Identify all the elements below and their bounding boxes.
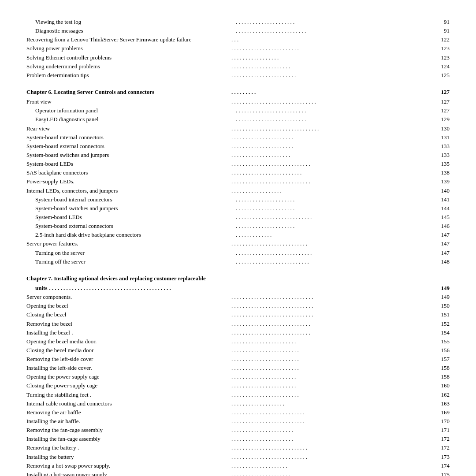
toc-entry: Turning the stabilizing feet . . . . . .… xyxy=(26,390,450,399)
toc-entry: Installing the battery . . . . . . . . .… xyxy=(26,453,450,461)
toc-entry-dots: . . . . . . . . . . . . . . . . . . . . … xyxy=(230,151,436,160)
toc-entry-title: Server power features. xyxy=(26,239,230,248)
toc-entry-dots: . . . . . . . . . . . . . . . . . . . . … xyxy=(230,346,436,355)
toc-entry-page: 127 xyxy=(436,106,450,115)
toc-entry: Installing the left-side cover. . . . . … xyxy=(26,364,450,372)
toc-entry-page: 169 xyxy=(436,408,450,417)
toc-entry: Diagnostic messages . . . . . . . . . . … xyxy=(26,26,450,35)
toc-entry: 2.5-inch hard disk drive backplane conne… xyxy=(26,231,450,239)
toc-entry-dots: . . . . . . . . . . . . . . . . . . . . … xyxy=(230,328,436,337)
toc-entry: Opening the power-supply cage . . . . . … xyxy=(26,372,450,381)
toc-entry-dots: . . . . . . . . . . . . . . . . . . . . … xyxy=(230,372,436,381)
toc-entry-dots: . . . . . . . . . . . . . . . . . . . . … xyxy=(230,133,436,142)
toc-entry-page: 147 xyxy=(436,239,450,248)
toc-entry-title: Removing the left-side cover xyxy=(26,355,230,364)
toc-entry-page: 146 xyxy=(436,222,450,231)
toc-entry-dots: . . . . . . . . . . . . . . . . . . . . … xyxy=(234,18,436,26)
toc-entry: System-board LEDs . . . . . . . . . . . … xyxy=(26,160,450,168)
toc-entry-title: Solving power problems xyxy=(26,44,230,53)
toc-entry-page: 158 xyxy=(436,364,450,372)
toc-entry-title: System-board LEDs xyxy=(26,213,234,222)
toc-entry: Viewing the test log . . . . . . . . . .… xyxy=(26,18,450,26)
toc-entry: System-board internal connectors . . . .… xyxy=(26,195,450,204)
toc-entry: Operator information panel . . . . . . .… xyxy=(26,106,450,115)
toc-entry: EasyLED diagnostics panel . . . . . . . … xyxy=(26,115,450,124)
toc-entry: Closing the bezel media door . . . . . .… xyxy=(26,346,450,355)
toc-entry-page: 124 xyxy=(436,62,450,71)
toc-entry-dots: . . . . . . . . . . . . . . . . . . . . … xyxy=(234,195,436,204)
toc-entry: Removing the air baffle . . . . . . . . … xyxy=(26,408,450,417)
toc-entry-title: Closing the power-supply cage xyxy=(26,381,230,390)
toc-entry: Closing the bezel . . . . . . . . . . . … xyxy=(26,310,450,319)
toc-entry-dots: . . . . . . . . . . . . . . . . . . . . … xyxy=(230,364,436,372)
toc-entry-dots: . . . . . . . . . . . . . . . . . . . . … xyxy=(230,443,436,452)
toc-entry-dots: . . . . . . . . . . . . . . . . . . . . … xyxy=(230,408,436,417)
toc-entry-dots: . . . . . . . . . . . . . . . . . . . . … xyxy=(230,177,436,186)
toc-entry-dots: . . . . . . . . . . . . . . . . . . . . … xyxy=(230,381,436,390)
toc-entry-title: System-board LEDs xyxy=(26,160,230,168)
toc-entry-page: 127 xyxy=(436,97,450,106)
toc-entry-dots: . . . . . . . . . . . . . . . . . . . . … xyxy=(230,239,436,248)
toc-entry-page: 160 xyxy=(436,381,450,390)
toc-entry-page: 171 xyxy=(436,426,450,435)
toc-entry: System-board switches and jumpers . . . … xyxy=(26,204,450,213)
toc-entry: Turning off the server . . . . . . . . .… xyxy=(26,257,450,266)
toc-entry-page: 156 xyxy=(436,346,450,355)
toc-entry-dots: . . . . . . . . . . . . . . . . . . . . … xyxy=(230,417,436,426)
toc-entry: Server components. . . . . . . . . . . .… xyxy=(26,293,450,301)
chapter7-page: 149 xyxy=(436,284,450,293)
toc-entry-page: 175 xyxy=(436,470,450,476)
toc-entry-title: Closing the bezel media door xyxy=(26,346,230,355)
toc-entry-dots: . . . . . . . . . . . . . . . . . . . . … xyxy=(230,62,436,71)
toc-entry-title: Viewing the test log xyxy=(26,18,234,26)
toc-entry-title: Power-supply LEDs. xyxy=(26,177,230,186)
toc-entry-page: 91 xyxy=(436,18,450,26)
toc-entry-title: Turning on the server xyxy=(26,249,234,257)
toc-entry: System-board internal connectors . . . .… xyxy=(26,133,450,142)
toc-entry-page: 145 xyxy=(436,213,450,222)
toc-entry-title: Installing the air baffle. xyxy=(26,417,230,426)
toc-entry-title: Solving undetermined problems xyxy=(26,62,230,71)
toc-entry-title: Turning off the server xyxy=(26,257,234,266)
toc-entry-title: System-board switches and jumpers xyxy=(26,204,234,213)
toc-entry-page: 123 xyxy=(436,53,450,62)
chapter7-dots: . . . . . . . . . . . . . . . . . . . . … xyxy=(47,284,436,293)
toc-entry-dots: . . . . . . . . . . . . . . . . . . . . … xyxy=(230,426,436,435)
chapter7-heading: Chapter 7. Installing optional devices a… xyxy=(26,274,450,283)
toc-entry-dots: . . . . . . . . . . . . . . . . . . . . xyxy=(230,461,436,470)
toc-entry-dots: . . . . . . . . . . . . . . . . . . . . … xyxy=(230,337,436,346)
toc-entry-page: 147 xyxy=(436,249,450,257)
toc-entry-dots: . . . xyxy=(230,35,436,44)
toc-entry: Internal cable routing and connectors . … xyxy=(26,399,450,408)
toc-entry: Installing the fan-cage assembly . . . .… xyxy=(26,435,450,443)
toc-entry-dots: . . . . . . . . . . . . . . . . . . . . … xyxy=(230,168,436,177)
toc-entry-title: SAS backplane connectors xyxy=(26,168,230,177)
toc-entry-page: 149 xyxy=(436,293,450,301)
toc-entry: Removing the left-side cover . . . . . .… xyxy=(26,355,450,364)
toc-entry-title: Removing a hot-swap power supply. xyxy=(26,461,230,470)
toc-entry-dots: . . . . . . . . . . . . . . . . . . . . … xyxy=(230,453,436,461)
toc-entry-page: 172 xyxy=(436,435,450,443)
toc-entry-title: Removing the battery . xyxy=(26,443,230,452)
toc-entry-title: Internal LEDs, connectors, and jumpers xyxy=(26,186,230,195)
toc-entry-page: 139 xyxy=(436,177,450,186)
toc-entry-dots: . . . . . . . . . . . . . . . . . . . . … xyxy=(230,44,436,53)
toc-entry: Opening the bezel . . . . . . . . . . . … xyxy=(26,301,450,310)
toc-entry-page: 133 xyxy=(436,142,450,151)
toc-entry-title: System-board external connectors xyxy=(26,142,230,151)
toc-entry-title: Installing the battery xyxy=(26,453,230,461)
toc-entry-title: Turning the stabilizing feet . xyxy=(26,390,230,399)
toc-entry-title: Front view xyxy=(26,97,230,106)
toc-entry-dots: . . . . . . . . . . . . . . . . . . . . … xyxy=(234,213,436,222)
toc-entry-title: Opening the bezel xyxy=(26,301,230,310)
toc-entry-title: Installing a hot-swap power supply xyxy=(26,470,230,476)
toc-entry: Removing the battery . . . . . . . . . .… xyxy=(26,443,450,452)
toc-entry-dots: . . . . . . . . . . . . . . . . . . . . … xyxy=(234,222,436,231)
toc-entry: Removing the fan-cage assembly . . . . .… xyxy=(26,426,450,435)
toc-entry: System-board external connectors . . . .… xyxy=(26,222,450,231)
toc-entry-page: 155 xyxy=(436,337,450,346)
toc-entry: System-board LEDs . . . . . . . . . . . … xyxy=(26,213,450,222)
toc-entry-dots: . . . . . . . . . . . . . . . . . . . . … xyxy=(230,142,436,151)
toc-entry-page: 125 xyxy=(436,71,450,80)
toc-entry-title: EasyLED diagnostics panel xyxy=(26,115,234,124)
